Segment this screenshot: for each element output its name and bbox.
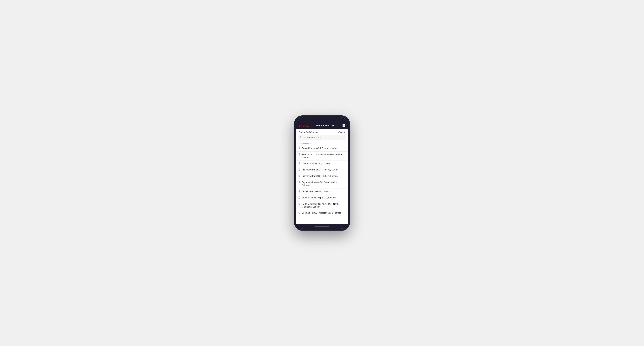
location-pin-icon — [298, 162, 300, 165]
search-container: 🔍 — [296, 135, 348, 142]
location-pin-icon — [298, 196, 300, 199]
app-logo: clippd — [299, 124, 309, 128]
find-label: Find a Golf Course — [298, 131, 318, 134]
courses-section: Nearby courses Central London Golf Centr… — [296, 142, 348, 224]
location-pin-icon — [298, 169, 300, 171]
home-bar — [315, 226, 329, 227]
location-pin-icon — [298, 203, 300, 206]
content-area: Find a Golf Course Cancel 🔍 Nearby cours… — [296, 129, 348, 224]
course-list-item[interactable]: London Scottish GC, London — [296, 161, 348, 167]
phone-screen: clippd Recent Searches ☰ Find a Golf Cou… — [296, 118, 348, 229]
course-name: Dukes Meadows GC, London — [302, 190, 330, 193]
find-bar: Find a Golf Course Cancel — [296, 129, 348, 135]
location-pin-icon — [298, 212, 300, 214]
course-list-item[interactable]: Richmond Park GC - Prince's, Surrey — [296, 167, 348, 173]
course-name: Richmond Park GC - Duke's, London — [302, 175, 338, 177]
course-list-item[interactable]: Coombe Hill GC, Kingston upon Thames — [296, 210, 348, 216]
app-title: Recent Searches — [316, 124, 335, 127]
course-name: North Middlesex GC (1011942 - North Midd… — [302, 203, 346, 208]
location-pin-icon — [298, 147, 300, 150]
notch — [313, 118, 331, 122]
course-name: Brent Valley Municipal GC, London — [302, 196, 336, 199]
app-header: clippd Recent Searches ☰ — [296, 122, 348, 129]
course-name: Central London Golf Centre, London — [302, 147, 337, 150]
course-list: Central London Golf Centre, London Roeha… — [296, 145, 348, 216]
course-name: Roehampton Club - Roehampton, Greater Lo… — [302, 153, 346, 159]
location-pin-icon — [298, 153, 300, 156]
course-list-item[interactable]: North Middlesex GC (1011942 - North Midd… — [296, 201, 348, 210]
location-pin-icon — [298, 190, 300, 193]
search-input[interactable] — [303, 136, 344, 139]
home-indicator — [296, 224, 348, 229]
nearby-courses-label: Nearby courses — [296, 142, 348, 145]
course-list-item[interactable]: Royal Wimbledon GC, Great London Authori… — [296, 179, 348, 188]
course-list-item[interactable]: Richmond Park GC - Duke's, London — [296, 173, 348, 179]
course-name: Coombe Hill GC, Kingston upon Thames — [302, 211, 341, 214]
search-input-wrapper: 🔍 — [298, 135, 346, 140]
course-list-item[interactable]: Central London Golf Centre, London — [296, 145, 348, 152]
location-pin-icon — [298, 181, 300, 184]
course-list-item[interactable]: Roehampton Club - Roehampton, Greater Lo… — [296, 152, 348, 161]
phone-frame: clippd Recent Searches ☰ Find a Golf Cou… — [294, 115, 350, 231]
course-name: London Scottish GC, London — [302, 162, 330, 165]
course-list-item[interactable]: Brent Valley Municipal GC, London — [296, 195, 348, 201]
cancel-button[interactable]: Cancel — [338, 131, 346, 134]
status-bar — [296, 118, 348, 122]
hamburger-icon[interactable]: ☰ — [342, 124, 345, 127]
course-name: Richmond Park GC - Prince's, Surrey — [302, 168, 338, 171]
course-list-item[interactable]: Dukes Meadows GC, London — [296, 188, 348, 195]
search-icon: 🔍 — [300, 136, 302, 139]
course-name: Royal Wimbledon GC, Great London Authori… — [302, 181, 346, 187]
location-pin-icon — [298, 175, 300, 178]
